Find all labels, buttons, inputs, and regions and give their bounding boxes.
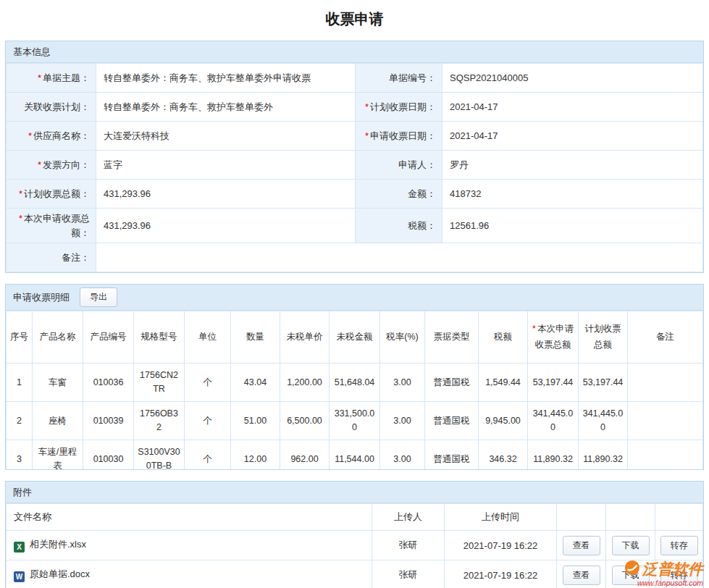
field-label-text: 计划收票日期： <box>370 101 436 112</box>
column-header: 票据类型 <box>425 311 479 364</box>
column-header <box>655 504 703 531</box>
column-header: 序号 <box>7 311 33 364</box>
field-value: 大连爱沃特科技 <box>96 122 356 151</box>
cell: 车窗 <box>33 364 83 402</box>
field-label-text: 发票方向： <box>43 159 90 170</box>
file-name-cell: W原始单据.docx <box>7 560 372 588</box>
basic-info-title: 基本信息 <box>13 46 51 59</box>
field-label-text: 供应商名称： <box>33 130 90 141</box>
column-header: *本次申请收票总额 <box>528 311 579 364</box>
field-value: 2021-04-17 <box>442 122 703 151</box>
field-label-text: 计划收票总额： <box>24 188 90 199</box>
watermark-url: www.fanpusoft.com <box>624 579 703 587</box>
watermark-brand: 泛普软件 <box>642 561 703 576</box>
column-header: 税率(%) <box>380 311 425 364</box>
uploader: 张研 <box>372 531 445 560</box>
save-as-button[interactable]: 转存 <box>660 536 698 555</box>
column-header: 上传人 <box>372 504 445 531</box>
field-label-text: 申请收票日期： <box>370 130 436 141</box>
basic-info-section: 基本信息 *单据主题：转自整单委外：商务车、救护车整单委外申请收票单据编号：SQ… <box>5 41 704 273</box>
field-value: SQSP2021040005 <box>442 64 703 93</box>
action-cell: 转存 <box>655 531 703 560</box>
cell: 341,445.00 <box>579 402 628 440</box>
column-header <box>557 504 606 531</box>
upload-time: 2021-07-19 16:22 <box>445 560 557 588</box>
attachments-section: 附件 文件名称上传人上传时间 X相关附件.xlsx张研2021-07-19 16… <box>5 481 704 588</box>
field-value: 转自整单委外：商务车、救护车整单委外 <box>96 93 356 122</box>
export-button[interactable]: 导出 <box>80 287 117 307</box>
field-label: 申请人： <box>356 151 442 180</box>
column-header: 产品名称 <box>33 311 83 364</box>
basic-info-header: 基本信息 <box>6 41 703 63</box>
cell: 普通国税 <box>425 440 479 470</box>
detail-title: 申请收票明细 <box>13 291 70 304</box>
cell: 普通国税 <box>425 402 479 440</box>
watermark: 泛普软件 www.fanpusoft.com <box>624 560 703 587</box>
cell: 51.00 <box>231 402 280 440</box>
cell: 43.04 <box>231 364 280 402</box>
field-value: 转自整单委外：商务车、救护车整单委外申请收票 <box>96 64 356 93</box>
field-label-text: 单据主题： <box>43 72 90 83</box>
cell: 53,197.44 <box>528 364 579 402</box>
table-row: 3车速/里程表010030S3100V300TB-B个12.00962.0011… <box>7 440 703 470</box>
view-button[interactable]: 查看 <box>563 536 600 555</box>
field-label-text: 本次申请收票总额： <box>24 213 90 238</box>
detail-table-viewport[interactable]: 序号产品名称产品编号规格型号单位数量未税单价未税金额税率(%)票据类型税额*本次… <box>6 311 703 469</box>
form-row: *发票方向：蓝字申请人：罗丹 <box>7 151 703 180</box>
cell: 3.00 <box>380 440 425 470</box>
word-file-icon: W <box>14 571 25 582</box>
column-header: 规格型号 <box>134 311 185 364</box>
cell: 车速/里程表 <box>33 440 83 470</box>
column-header <box>606 504 655 531</box>
field-label: 税额： <box>356 209 442 243</box>
uploader: 张研 <box>372 560 445 588</box>
field-label-text: 税额： <box>408 220 436 231</box>
basic-info-body: *单据主题：转自整单委外：商务车、救护车整单委外申请收票单据编号：SQSP202… <box>7 64 703 272</box>
attachment-row: X相关附件.xlsx张研2021-07-19 16:22查看下载转存 <box>7 531 703 560</box>
cell: 1 <box>7 364 33 402</box>
cell: 1756CN2TR <box>134 364 185 402</box>
required-asterisk: * <box>38 72 41 83</box>
cell: 341,445.00 <box>528 402 579 440</box>
required-asterisk: * <box>365 130 369 141</box>
cell: 12.00 <box>231 440 280 470</box>
column-header: 计划收票总额 <box>579 311 628 364</box>
cell: 11,890.32 <box>579 440 628 470</box>
cell: 1,200.00 <box>280 364 330 402</box>
cell: 个 <box>185 402 231 440</box>
field-label: 金额： <box>356 180 442 209</box>
upload-time: 2021-07-19 16:22 <box>445 531 557 560</box>
attachments-table: 文件名称上传人上传时间 X相关附件.xlsx张研2021-07-19 16:22… <box>6 503 703 588</box>
cell: 2 <box>7 402 33 440</box>
form-row: *供应商名称：大连爱沃特科技*申请收票日期：2021-04-17 <box>7 122 703 151</box>
file-name: 原始单据.docx <box>30 568 90 579</box>
file-name: 相关附件.xlsx <box>30 539 86 550</box>
cell: 331,500.00 <box>330 402 380 440</box>
field-label: *供应商名称： <box>7 122 96 151</box>
detail-table: 序号产品名称产品编号规格型号单位数量未税单价未税金额税率(%)票据类型税额*本次… <box>6 311 703 469</box>
cell <box>628 440 703 470</box>
field-label: *本次申请收票总额： <box>7 209 96 243</box>
detail-columns-row: 序号产品名称产品编号规格型号单位数量未税单价未税金额税率(%)票据类型税额*本次… <box>7 311 703 364</box>
cell: 010030 <box>83 440 134 470</box>
field-label-text: 关联收票计划： <box>24 101 90 112</box>
form-row: 关联收票计划：转自整单委外：商务车、救护车整单委外*计划收票日期：2021-04… <box>7 93 703 122</box>
field-label: 关联收票计划： <box>7 93 96 122</box>
cell: 53,197.44 <box>579 364 628 402</box>
attachments-header: 附件 <box>6 482 703 503</box>
excel-file-icon: X <box>14 542 25 553</box>
field-value: 418732 <box>442 180 703 209</box>
cell: 962.00 <box>280 440 330 470</box>
field-value: 罗丹 <box>442 151 703 180</box>
table-row: 2座椅0100391756OB32个51.006,500.00331,500.0… <box>7 402 703 440</box>
field-label: *计划收票日期： <box>356 93 442 122</box>
column-header: 未税金额 <box>330 311 380 364</box>
form-row: *单据主题：转自整单委外：商务车、救护车整单委外申请收票单据编号：SQSP202… <box>7 64 703 93</box>
column-header: 文件名称 <box>7 504 372 531</box>
view-button[interactable]: 查看 <box>563 566 600 585</box>
required-asterisk: * <box>532 324 536 334</box>
download-button[interactable]: 下载 <box>612 536 650 555</box>
field-label: 备注： <box>7 243 96 272</box>
detail-body: 1车窗0100361756CN2TR个43.041,200.0051,648.0… <box>7 364 703 470</box>
column-header: 单位 <box>185 311 231 364</box>
